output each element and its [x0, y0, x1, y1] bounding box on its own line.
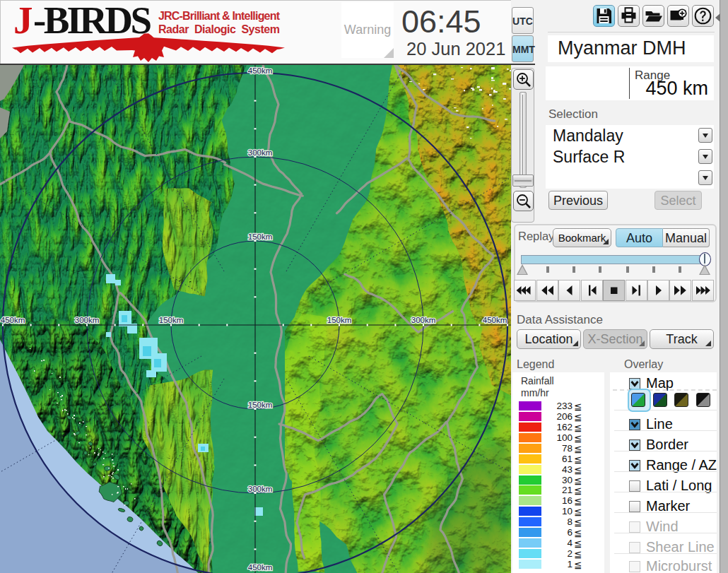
- svg-text:JRC-Brilliant & Intelligent: JRC-Brilliant & Intelligent: [158, 10, 281, 22]
- svg-text:450km: 450km: [1, 316, 25, 324]
- svg-text:150km: 150km: [248, 401, 273, 409]
- svg-text:150km: 150km: [159, 316, 184, 324]
- svg-text:300km: 300km: [248, 148, 273, 157]
- svg-text:300km: 300km: [75, 316, 100, 324]
- svg-text:450km: 450km: [248, 66, 273, 75]
- svg-text:-BIRDS: -BIRDS: [33, 3, 152, 42]
- svg-text:450km: 450km: [248, 563, 273, 572]
- svg-text:300km: 300km: [248, 485, 273, 493]
- svg-text:150km: 150km: [327, 316, 352, 324]
- svg-text:300km: 300km: [411, 316, 436, 324]
- svg-text:450km: 450km: [483, 316, 507, 324]
- svg-text:150km: 150km: [248, 232, 273, 241]
- svg-text:Radar Dialogic System: Radar Dialogic System: [158, 23, 280, 35]
- svg-text:J: J: [13, 3, 33, 42]
